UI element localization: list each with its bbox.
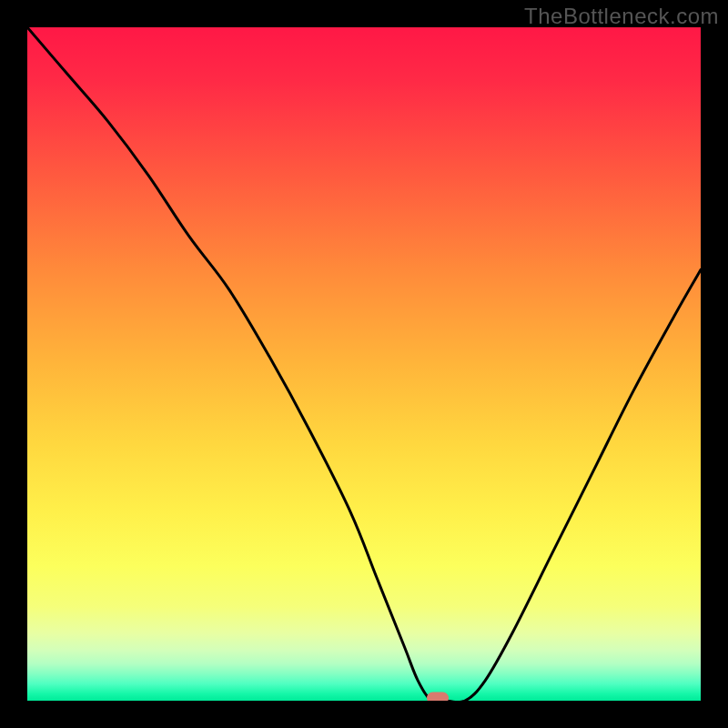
- plot-area: [27, 27, 701, 701]
- watermark-text: TheBottleneck.com: [524, 4, 719, 29]
- optimal-marker: [427, 693, 449, 702]
- chart-container: TheBottleneck.com: [0, 0, 728, 728]
- bottleneck-curve: [27, 27, 701, 701]
